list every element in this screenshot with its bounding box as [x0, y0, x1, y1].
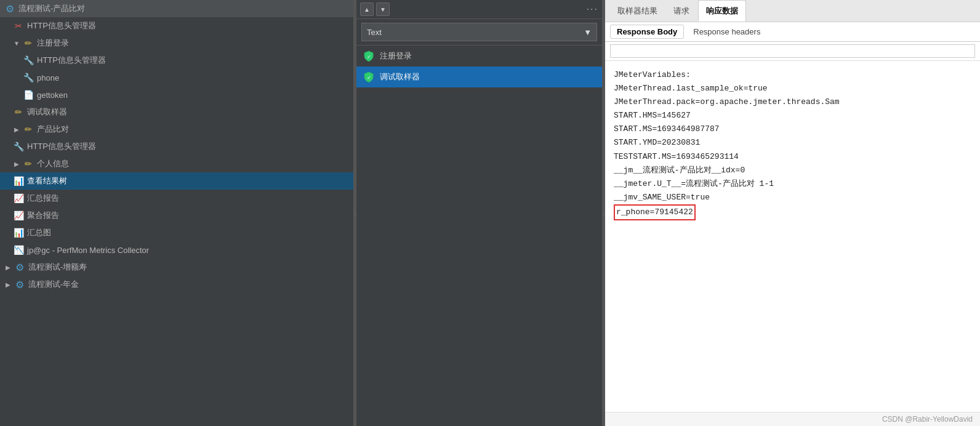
tree-item-aggregate-label: 聚合报告 — [27, 210, 59, 221]
arrow-icon-3: ▶ — [12, 159, 21, 168]
tree-item-product-label: 产品比对 — [37, 124, 69, 135]
middle-toolbar: ▲ ▼ ··· — [356, 0, 602, 19]
response-line-8: __jm__流程测试-产品比对__idx=0 — [614, 164, 971, 177]
response-line-7: TESTSTART.MS=1693465293114 — [614, 150, 971, 164]
middle-list: ✓ 注册登录 ✓ 调试取样器 — [356, 46, 602, 426]
response-line-10: __jmv_SAME_USER=true — [614, 191, 971, 204]
tree-item-perfmon[interactable]: 📉 jp@gc - PerfMon Metrics Collector — [0, 241, 353, 259]
tree-item-test3-label: 流程测试-年金 — [28, 279, 79, 290]
toolbar-down-btn[interactable]: ▼ — [376, 2, 390, 16]
left-panel: ⚙ 流程测试-产品比对 ✂ HTTP信息头管理器 ▼ ✏ 注册登录 🔧 HTTP… — [0, 0, 354, 426]
text-dropdown[interactable]: Text ▼ — [361, 23, 597, 41]
tree-item-register-label: 注册登录 — [37, 38, 69, 49]
tree-item-http3[interactable]: 🔧 HTTP信息头管理器 — [0, 138, 353, 155]
tree-item-test2-label: 流程测试-增额寿 — [28, 262, 87, 273]
tab-sampler[interactable]: 取样器结果 — [610, 0, 665, 22]
gear-icon-2: ⚙ — [14, 261, 26, 273]
response-line-highlighted: r_phone=79145422 — [614, 204, 971, 220]
response-line-4: START.HMS=145627 — [614, 109, 971, 123]
tree-item-phone[interactable]: 🔧 phone — [0, 69, 353, 86]
pencil-icon-2: ✏ — [12, 106, 25, 118]
search-bar — [605, 42, 980, 61]
tab-response[interactable]: 响应数据 — [698, 0, 746, 22]
tree-item-debug-label: 调试取样器 — [27, 107, 67, 118]
sub-tab-body[interactable]: Response Body — [610, 25, 684, 39]
gear-icon: ⚙ — [4, 2, 16, 15]
watermark-text: CSDN @Rabir-YellowDavid — [882, 415, 973, 424]
search-input[interactable] — [610, 44, 975, 58]
list-item-debug-label: 调试取样器 — [380, 71, 420, 82]
shield-icon-debug: ✓ — [363, 71, 375, 83]
chart-green-icon-2: 📉 — [12, 244, 25, 256]
doc-icon: 📄 — [22, 89, 34, 101]
dropdown-row: Text ▼ — [356, 19, 602, 46]
chart-pink-icon-3: 📊 — [12, 227, 25, 239]
tree-item-aggregate[interactable]: 📈 聚合报告 — [0, 207, 353, 224]
tree-item-http1-label: HTTP信息头管理器 — [27, 20, 96, 31]
pencil-icon: ✏ — [22, 37, 34, 49]
response-line-3: JMeterThread.pack=org.apache.jmeter.thre… — [614, 95, 971, 109]
tree-item-http2-label: HTTP信息头管理器 — [37, 55, 106, 66]
wrench-icon-3: 🔧 — [12, 140, 25, 153]
arrow-icon-4: ▶ — [4, 263, 12, 271]
middle-panel: ▲ ▼ ··· Text ▼ ✓ 注册登录 — [356, 0, 603, 426]
tree-item-register[interactable]: ▼ ✏ 注册登录 — [0, 34, 353, 52]
tree-item-test3[interactable]: ▶ ⚙ 流程测试-年金 — [0, 276, 353, 293]
chart-pink-icon: 📈 — [12, 192, 25, 204]
sub-tabs: Response Body Response headers — [605, 22, 980, 42]
tree-item-http3-label: HTTP信息头管理器 — [27, 141, 96, 152]
list-item-register[interactable]: ✓ 注册登录 — [356, 46, 602, 66]
main-layout: ⚙ 流程测试-产品比对 ✂ HTTP信息头管理器 ▼ ✏ 注册登录 🔧 HTTP… — [0, 0, 980, 426]
tree-item-summary[interactable]: 📈 汇总报告 — [0, 190, 353, 207]
tree-item-gettoken-label: gettoken — [37, 90, 68, 100]
tree-item-http1[interactable]: ✂ HTTP信息头管理器 — [0, 17, 353, 34]
tree-item-summary-label: 汇总报告 — [27, 193, 59, 204]
response-line-9: __jmeter.U_T__=流程测试-产品比对 1-1 — [614, 177, 971, 191]
response-line-5: START.MS=1693464987787 — [614, 123, 971, 136]
dropdown-label: Text — [367, 28, 382, 37]
tab-request[interactable]: 请求 — [666, 0, 697, 22]
tree-item-root-label: 流程测试-产品比对 — [18, 3, 85, 14]
pencil-icon-4: ✏ — [22, 158, 34, 170]
arrow-icon-5: ▶ — [4, 280, 12, 289]
watermark: CSDN @Rabir-YellowDavid — [605, 412, 980, 426]
tree-item-http2[interactable]: 🔧 HTTP信息头管理器 — [0, 52, 353, 69]
toolbar-up-btn[interactable]: ▲ — [360, 2, 374, 16]
tree-item-root[interactable]: ⚙ 流程测试-产品比对 — [0, 0, 353, 17]
response-line-1: JMeterVariables: — [614, 68, 971, 82]
scissors-icon: ✂ — [12, 20, 25, 32]
shield-icon-register: ✓ — [363, 50, 375, 62]
tree-item-product[interactable]: ▶ ✏ 产品比对 — [0, 121, 353, 138]
tree-item-resulttree[interactable]: 📊 查看结果树 — [0, 172, 353, 190]
list-item-debug[interactable]: ✓ 调试取样器 — [356, 66, 602, 87]
tree-item-debug[interactable]: ✏ 调试取样器 — [0, 103, 353, 121]
tree-item-summarychart-label: 汇总图 — [27, 227, 51, 238]
pencil-icon-3: ✏ — [22, 123, 34, 135]
tree-item-summarychart[interactable]: 📊 汇总图 — [0, 224, 353, 241]
response-line-6: START.YMD=20230831 — [614, 136, 971, 150]
tree-item-phone-label: phone — [37, 73, 59, 82]
wrench-icon: 🔧 — [22, 54, 34, 66]
toolbar-more-btn[interactable]: ··· — [587, 4, 598, 15]
tree-item-resulttree-label: 查看结果树 — [27, 175, 67, 187]
tree-item-personal[interactable]: ▶ ✏ 个人信息 — [0, 155, 353, 172]
chart-pink-icon-2: 📈 — [12, 209, 25, 222]
tree-item-test2[interactable]: ▶ ⚙ 流程测试-增额寿 — [0, 259, 353, 276]
response-body: JMeterVariables: JMeterThread.last_sampl… — [605, 61, 980, 412]
right-panel: 取样器结果 请求 响应数据 Response Body Response hea… — [605, 0, 980, 426]
highlighted-text: r_phone=79145422 — [614, 204, 696, 220]
gear-icon-3: ⚙ — [14, 278, 26, 291]
tree-item-perfmon-label: jp@gc - PerfMon Metrics Collector — [27, 246, 149, 255]
sub-tab-headers[interactable]: Response headers — [686, 25, 767, 39]
tree-item-personal-label: 个人信息 — [37, 158, 69, 169]
arrow-icon: ▼ — [12, 39, 21, 47]
dropdown-arrow: ▼ — [584, 28, 592, 37]
tree-item-gettoken[interactable]: 📄 gettoken — [0, 86, 353, 103]
chart-green-icon: 📊 — [12, 175, 25, 187]
arrow-icon-2: ▶ — [12, 125, 21, 134]
svg-text:✓: ✓ — [367, 54, 371, 60]
svg-text:✓: ✓ — [367, 75, 371, 81]
response-line-2: JMeterThread.last_sample_ok=true — [614, 82, 971, 95]
list-item-register-label: 注册登录 — [380, 50, 412, 62]
top-tabs: 取样器结果 请求 响应数据 — [605, 0, 980, 22]
